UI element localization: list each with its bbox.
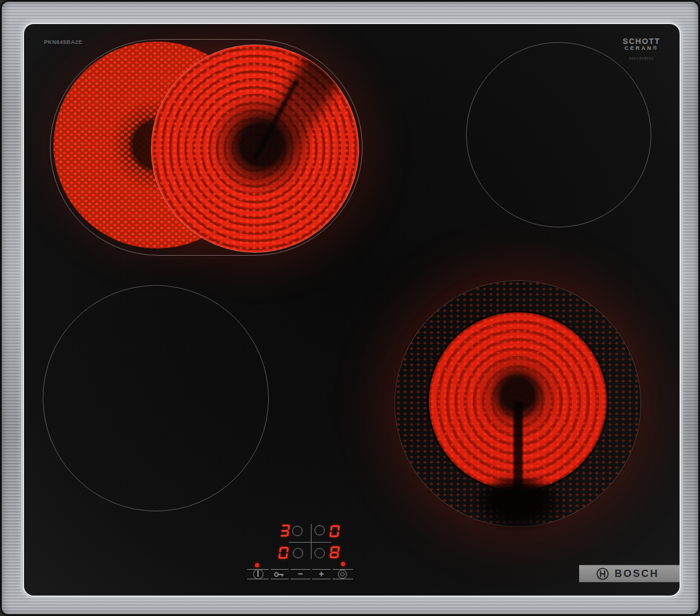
- brand-badge: BOSCH: [579, 565, 680, 582]
- display-zone-circle: [292, 526, 302, 536]
- display-divider-horizontal: [289, 542, 331, 543]
- decrease-button[interactable]: −: [290, 569, 310, 579]
- display-zone-circle: [293, 548, 303, 558]
- key-icon: [274, 571, 286, 578]
- display-digit-front-right: [330, 546, 340, 558]
- zone-back-left-main-heating-circle: [151, 45, 359, 253]
- dual-zone-icon: [338, 570, 347, 579]
- schott-ceran-logo: SCHOTT CERAN® 9001808033: [623, 37, 660, 60]
- increase-button[interactable]: +: [312, 569, 331, 579]
- dual-zone-indicator-led: [341, 562, 345, 566]
- ceramic-glass-surface: PKN645BA2E SCHOTT CERAN® 9001808033: [24, 24, 680, 596]
- zone-front-left-outline: [43, 285, 269, 511]
- zone-front-right-heating-element: [395, 281, 640, 526]
- power-button[interactable]: [247, 569, 269, 579]
- cooktop-photo: PKN645BA2E SCHOTT CERAN® 9001808033: [0, 0, 700, 616]
- thermal-limiter-rod-shadow: [514, 401, 523, 490]
- glass-serial-number: 9001808033: [623, 57, 660, 60]
- minus-icon: −: [298, 569, 303, 578]
- brand-name: BOSCH: [615, 568, 659, 580]
- inner-heating-disc: [429, 312, 607, 490]
- stainless-frame: PKN645BA2E SCHOTT CERAN® 9001808033: [0, 0, 700, 616]
- display-digit-back-right: [330, 525, 340, 537]
- bosch-anchor-icon: [596, 567, 609, 581]
- model-number: PKN645BA2E: [44, 39, 82, 45]
- display-digit-back-left: [280, 525, 290, 537]
- power-indicator-led: [255, 563, 259, 567]
- zone-back-right-outline: [466, 42, 651, 227]
- display-zone-circle: [315, 525, 325, 535]
- display-zone-circle: [315, 548, 325, 558]
- schott-logo-line2: CERAN®: [623, 46, 660, 51]
- child-lock-button[interactable]: [271, 569, 289, 579]
- heat-shadow-streak: [245, 45, 354, 177]
- element-terminal-shadow: [474, 479, 562, 531]
- touch-control-panel: − +: [247, 569, 353, 579]
- display-digit-front-left: [278, 547, 289, 559]
- dual-zone-button[interactable]: [333, 569, 353, 579]
- plus-icon: +: [319, 569, 324, 578]
- power-icon: [253, 569, 263, 579]
- schott-logo-line1: SCHOTT: [623, 37, 660, 46]
